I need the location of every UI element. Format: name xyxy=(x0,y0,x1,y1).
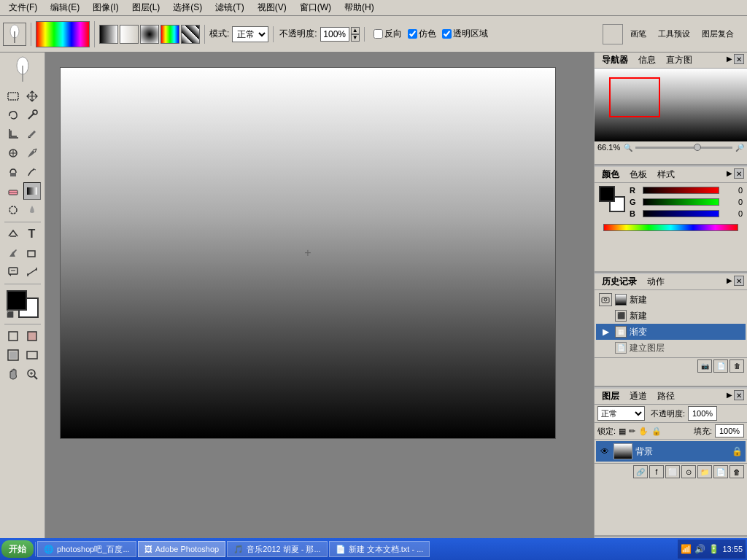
tab-navigator[interactable]: 导航器 xyxy=(599,52,631,68)
history-brush-tool[interactable] xyxy=(23,163,41,181)
tab-styles[interactable]: 样式 xyxy=(654,167,678,182)
taskbar-item-4[interactable]: 📄 新建 文本文档.txt - ... xyxy=(329,541,430,557)
tool-preset-button[interactable]: 工具预设 xyxy=(654,27,694,41)
delete-layer-btn[interactable]: 🗑 xyxy=(729,465,744,478)
menu-select[interactable]: 选择(S) xyxy=(167,0,208,15)
tab-history[interactable]: 历史记录 xyxy=(599,274,640,289)
tab-layers[interactable]: 图层 xyxy=(599,389,622,404)
menu-image[interactable]: 图像(I) xyxy=(87,0,124,15)
panel-close-button[interactable]: ✕ xyxy=(734,54,744,64)
canvas-area[interactable]: + xyxy=(45,52,594,538)
path-selection-tool[interactable] xyxy=(4,225,22,243)
lock-all-icon[interactable]: 🔒 xyxy=(651,427,662,436)
layers-opacity-input[interactable] xyxy=(688,406,717,421)
taskbar-item-1[interactable]: 🌐 photoshop吧_百度... xyxy=(37,541,136,557)
mode-select[interactable]: 正常 xyxy=(232,26,268,42)
fg-color-indicator[interactable] xyxy=(599,186,615,202)
foreground-color-swatch[interactable] xyxy=(7,290,27,311)
zoom-slider[interactable] xyxy=(635,147,732,149)
add-mask-btn[interactable]: ⬜ xyxy=(665,465,680,478)
layers-mode-select[interactable]: 正常 xyxy=(597,406,645,421)
color-panel-menu-icon[interactable]: ▶ xyxy=(727,169,732,177)
magic-wand-tool[interactable] xyxy=(23,106,41,124)
lock-transparent-icon[interactable]: ▦ xyxy=(619,427,626,436)
lock-position-icon[interactable]: ✋ xyxy=(638,427,649,436)
network-icon[interactable]: 📶 xyxy=(681,544,692,554)
reverse-check[interactable] xyxy=(374,29,383,39)
clone-stamp-tool[interactable] xyxy=(4,163,22,181)
g-slider[interactable] xyxy=(643,198,719,206)
gradient-swatch-3[interactable] xyxy=(140,25,159,44)
lock-image-icon[interactable]: ✏ xyxy=(629,427,635,436)
history-panel-menu-icon[interactable]: ▶ xyxy=(727,276,732,284)
history-item-4[interactable]: 📄 建立图层 xyxy=(596,340,746,356)
transparency-checkbox[interactable]: 透明区域 xyxy=(442,28,488,40)
delete-state-btn[interactable]: 🗑 xyxy=(729,359,744,373)
screen-mode-2[interactable] xyxy=(23,346,41,364)
layer-visibility-icon[interactable]: 👁 xyxy=(599,446,611,457)
notes-tool[interactable] xyxy=(4,263,22,281)
dither-check[interactable] xyxy=(408,29,417,39)
photoshop-canvas[interactable]: + xyxy=(60,67,556,439)
eyedropper-tool[interactable] xyxy=(23,125,41,143)
b-slider[interactable] xyxy=(643,210,719,217)
tab-channels[interactable]: 通道 xyxy=(627,389,650,404)
crop-tool[interactable] xyxy=(4,125,22,143)
taskbar-item-3[interactable]: 🎵 音乐2012 胡夏 - 那... xyxy=(227,541,327,557)
move-tool[interactable] xyxy=(23,88,41,105)
tab-actions[interactable]: 动作 xyxy=(644,274,667,289)
opacity-input[interactable] xyxy=(320,27,349,42)
menu-view[interactable]: 视图(V) xyxy=(252,0,293,15)
history-panel-close[interactable]: ✕ xyxy=(734,276,744,286)
tab-paths[interactable]: 路径 xyxy=(654,389,678,404)
gradient-tool[interactable] xyxy=(23,182,41,200)
gradient-picker[interactable] xyxy=(36,21,90,47)
zoom-out-icon[interactable]: 🔍 xyxy=(624,144,632,152)
shape-tool[interactable] xyxy=(23,244,41,262)
marquee-tool[interactable] xyxy=(4,88,22,105)
eraser-tool[interactable] xyxy=(4,182,22,200)
link-layers-btn[interactable]: 🔗 xyxy=(633,465,648,478)
dither-checkbox[interactable]: 仿色 xyxy=(408,28,436,40)
reverse-checkbox[interactable]: 反向 xyxy=(374,28,402,40)
menu-window[interactable]: 窗口(W) xyxy=(294,0,337,15)
color-panel-close[interactable]: ✕ xyxy=(734,168,744,179)
transparency-check[interactable] xyxy=(442,29,452,39)
layers-panel-menu-icon[interactable]: ▶ xyxy=(727,391,732,399)
r-slider[interactable] xyxy=(643,187,719,194)
standard-mode[interactable] xyxy=(4,327,22,345)
new-adjustment-btn[interactable]: ⊙ xyxy=(681,465,696,478)
screen-mode-1[interactable] xyxy=(4,346,22,364)
menu-file[interactable]: 文件(F) xyxy=(3,0,43,15)
quick-mask-mode[interactable] xyxy=(23,327,41,345)
gradient-swatch-1[interactable] xyxy=(99,25,118,44)
tab-histogram[interactable]: 直方图 xyxy=(663,52,695,68)
menu-layer[interactable]: 图层(L) xyxy=(126,0,166,15)
fill-input[interactable] xyxy=(715,424,744,438)
zoom-in-icon[interactable]: 🔎 xyxy=(735,144,744,152)
menu-help[interactable]: 帮助(H) xyxy=(338,0,380,15)
hand-tool[interactable] xyxy=(4,365,22,383)
tab-info[interactable]: 信息 xyxy=(635,52,659,68)
text-tool[interactable]: T xyxy=(23,225,41,243)
panel-menu-icon[interactable]: ▶ xyxy=(727,55,732,63)
tablet-icon[interactable] xyxy=(603,24,623,44)
measure-tool[interactable] xyxy=(23,263,41,281)
healing-brush-tool[interactable] xyxy=(4,144,22,162)
history-item-3[interactable]: ▶ ▦ 渐变 xyxy=(596,324,746,340)
zoom-thumb[interactable] xyxy=(694,144,701,151)
menu-filter[interactable]: 滤镜(T) xyxy=(209,0,249,15)
history-item-snapshot[interactable]: 新建 xyxy=(596,292,746,308)
new-document-btn[interactable]: 📄 xyxy=(713,359,728,373)
add-style-btn[interactable]: f xyxy=(649,465,664,478)
tab-swatches[interactable]: 色板 xyxy=(627,167,650,182)
tab-color[interactable]: 颜色 xyxy=(599,167,622,182)
taskbar-item-2[interactable]: 🖼 Adobe Photoshop xyxy=(138,541,225,557)
new-layer-btn[interactable]: 📄 xyxy=(713,465,728,478)
zoom-tool[interactable] xyxy=(23,365,41,383)
tool-preset-picker[interactable] xyxy=(3,23,26,46)
start-button[interactable]: 开始 xyxy=(1,540,34,558)
color-spectrum-bar[interactable] xyxy=(603,224,738,231)
brush-button[interactable]: 画笔 xyxy=(626,27,651,41)
opacity-spinner[interactable]: ▲▼ xyxy=(351,27,360,42)
